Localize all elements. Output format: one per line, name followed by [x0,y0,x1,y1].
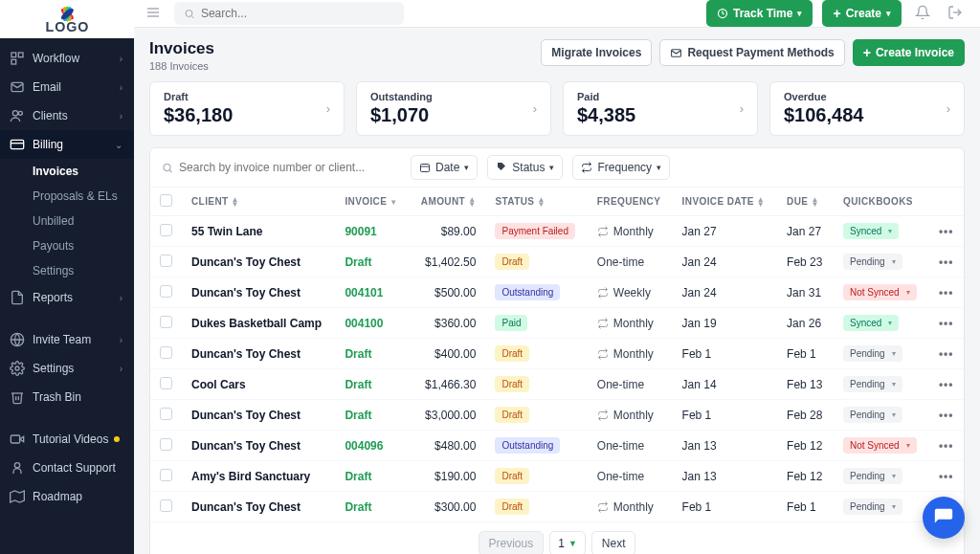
row-actions-button[interactable]: ••• [928,339,964,369]
row-actions-button[interactable]: ••• [928,461,964,492]
table-row[interactable]: Duncan's Toy Chest 004096 $480.00 Outsta… [150,431,964,461]
filter-date[interactable]: Date ▾ [411,155,478,180]
row-actions-button[interactable]: ••• [928,369,964,400]
global-search[interactable] [174,2,404,25]
sidebar-item-support[interactable]: Contact Support [0,454,134,482]
create-invoice-button[interactable]: + Create Invoice [853,39,965,66]
table-row[interactable]: Duncan's Toy Chest Draft $300.00 Draft M… [150,492,964,522]
column-invoice[interactable]: INVOICE▼ [335,188,409,216]
stat-card[interactable]: Paid $4,385 › [563,81,758,136]
cell-invoice[interactable]: Draft [335,247,409,277]
sidebar-item-workflow[interactable]: Workflow › [0,44,134,73]
menu-toggle-button[interactable] [142,1,165,27]
table-row[interactable]: Duncan's Toy Chest Draft $400.00 Draft M… [150,339,964,369]
cell-quickbooks[interactable]: Synced▾ [834,216,928,247]
cell-quickbooks[interactable]: Pending▾ [834,247,928,277]
cell-invoice[interactable]: 004100 [335,308,409,339]
sidebar-item-settings[interactable]: Settings › [0,354,134,383]
row-checkbox[interactable] [160,469,172,481]
qb-badge[interactable]: Pending▾ [843,376,902,392]
sidebar-item-roadmap[interactable]: Roadmap [0,482,134,511]
cell-invoice[interactable]: Draft [335,492,409,522]
row-checkbox[interactable] [160,346,172,359]
filter-status[interactable]: Status ▾ [487,155,563,180]
sidebar-sub-settings[interactable]: Settings [0,258,134,283]
qb-badge[interactable]: Not Synced▾ [843,437,917,454]
table-row[interactable]: Duncan's Toy Chest Draft $1,402.50 Draft… [150,247,964,277]
cell-invoice[interactable]: Draft [335,400,409,431]
invoice-search[interactable] [162,161,401,174]
cell-quickbooks[interactable]: Pending▾ [834,461,928,492]
column-status[interactable]: STATUS▲▼ [485,188,587,216]
stat-card[interactable]: Outstanding $1,070 › [356,81,551,136]
invoice-search-input[interactable] [179,161,401,174]
table-row[interactable]: Dukes Basketball Camp 004100 $360.00 Pai… [150,308,964,339]
row-actions-button[interactable]: ••• [928,216,964,247]
stat-card[interactable]: Overdue $106,484 › [769,81,965,136]
row-actions-button[interactable]: ••• [928,308,964,339]
sidebar-item-billing[interactable]: Billing ⌄ [0,130,134,159]
row-checkbox[interactable] [160,377,172,389]
qb-badge[interactable]: Pending▾ [843,407,902,423]
cell-quickbooks[interactable]: Pending▾ [834,339,928,369]
row-checkbox[interactable] [160,499,172,512]
column-due[interactable]: DUE▲▼ [777,188,834,216]
cell-invoice[interactable]: 004101 [335,277,409,308]
cell-quickbooks[interactable]: Synced▾ [834,308,928,339]
cell-invoice[interactable]: 90091 [335,216,409,247]
column-client[interactable]: CLIENT▲▼ [182,188,335,216]
row-actions-button[interactable]: ••• [928,431,964,461]
track-time-button[interactable]: Track Time ▾ [706,0,813,27]
qb-badge[interactable]: Pending▾ [843,345,902,362]
sidebar-item-tutorials[interactable]: Tutorial Videos [0,425,134,454]
stat-card[interactable]: Draft $36,180 › [149,81,345,136]
column-invoice-date[interactable]: INVOICE DATE▲▼ [673,188,777,216]
sidebar-item-reports[interactable]: Reports › [0,283,134,312]
next-page-button[interactable]: Next [591,531,636,554]
column-amount[interactable]: AMOUNT▲▼ [410,188,486,216]
row-actions-button[interactable]: ••• [928,277,964,308]
table-row[interactable]: 55 Twin Lane 90091 $89.00 Payment Failed… [150,216,964,247]
sidebar-sub-payouts[interactable]: Payouts [0,233,134,258]
sidebar-item-clients[interactable]: Clients › [0,101,134,130]
cell-quickbooks[interactable]: Pending▾ [834,369,928,400]
qb-badge[interactable]: Pending▾ [843,468,902,484]
sidebar-item-email[interactable]: Email › [0,73,134,101]
row-checkbox[interactable] [160,438,172,451]
row-checkbox[interactable] [160,408,172,420]
cell-quickbooks[interactable]: Pending▾ [834,400,928,431]
table-row[interactable]: Cool Cars Draft $1,466.30 Draft One-time… [150,369,964,400]
sidebar-sub-proposals[interactable]: Proposals & ELs [0,184,134,209]
sidebar-item-invite[interactable]: Invite Team › [0,325,134,354]
page-select[interactable]: 1▼ [549,531,586,554]
table-row[interactable]: Amy's Bird Sanctuary Draft $190.00 Draft… [150,461,964,492]
migrate-invoices-button[interactable]: Migrate Invoices [541,39,652,66]
table-row[interactable]: Duncan's Toy Chest 004101 $500.00 Outsta… [150,277,964,308]
row-checkbox[interactable] [160,316,172,328]
row-actions-button[interactable]: ••• [928,247,964,277]
qb-badge[interactable]: Not Synced▾ [843,284,917,300]
qb-badge[interactable]: Synced▾ [843,223,899,239]
qb-badge[interactable]: Pending▾ [843,254,902,270]
previous-page-button[interactable]: Previous [479,531,545,554]
cell-quickbooks[interactable]: Not Synced▾ [834,431,928,461]
row-checkbox[interactable] [160,255,172,267]
logout-button[interactable] [944,1,967,27]
filter-frequency[interactable]: Frequency ▾ [572,155,670,180]
cell-invoice[interactable]: Draft [335,461,409,492]
qb-badge[interactable]: Synced▾ [843,315,899,331]
sidebar-item-trash[interactable]: Trash Bin [0,383,134,411]
row-checkbox[interactable] [160,224,172,236]
cell-quickbooks[interactable]: Not Synced▾ [834,277,928,308]
row-actions-button[interactable]: ••• [928,400,964,431]
sidebar-sub-unbilled[interactable]: Unbilled [0,209,134,233]
chat-button[interactable] [923,497,965,539]
row-checkbox[interactable] [160,285,172,298]
sidebar-sub-invoices[interactable]: Invoices [0,159,134,184]
cell-invoice[interactable]: Draft [335,339,409,369]
cell-invoice[interactable]: 004096 [335,431,409,461]
table-row[interactable]: Duncan's Toy Chest Draft $3,000.00 Draft… [150,400,964,431]
qb-badge[interactable]: Pending▾ [843,499,902,515]
logo[interactable]: LOGO [0,0,134,38]
select-all-checkbox[interactable] [160,194,172,207]
